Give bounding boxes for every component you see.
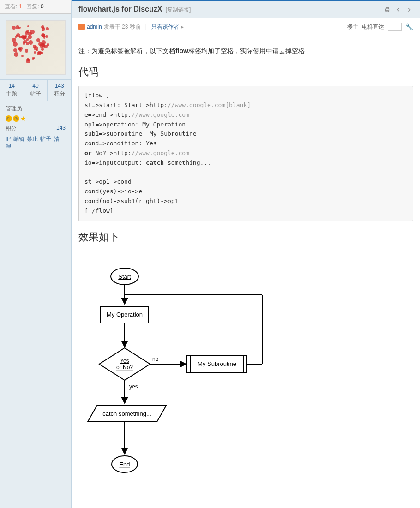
post-time: 发表于 23 秒前 bbox=[104, 23, 141, 31]
score-value: 143 bbox=[56, 125, 66, 132]
badge-icon: ☺ bbox=[13, 115, 19, 122]
mod-ban[interactable]: 禁止 bbox=[27, 136, 38, 142]
svg-text:or No?: or No? bbox=[116, 364, 133, 371]
svg-text:My Subroutine: My Subroutine bbox=[198, 360, 236, 367]
svg-text:End: End bbox=[119, 461, 130, 468]
badge-icon: ☺ bbox=[6, 115, 12, 122]
mod-edit[interactable]: 编辑 bbox=[13, 136, 24, 142]
user-avatar[interactable] bbox=[6, 20, 66, 75]
thread-title: flowchart.js for DiscuzX bbox=[78, 5, 162, 13]
wrench-icon[interactable]: 🔧 bbox=[405, 23, 413, 30]
chevron-right-icon[interactable]: ▸ bbox=[181, 24, 184, 30]
next-icon[interactable] bbox=[406, 6, 413, 13]
mod-posts[interactable]: 帖子 bbox=[40, 136, 51, 142]
only-author-link[interactable]: 只看该作者 bbox=[151, 23, 179, 31]
code-block: [flow ] st=>start: Start:>http://www.goo… bbox=[78, 86, 413, 221]
section-effect-title: 效果如下 bbox=[78, 230, 413, 244]
svg-text:yes: yes bbox=[129, 383, 138, 390]
elevator-input[interactable] bbox=[388, 23, 402, 31]
flowchart-diagram: Start My Operation Yes or No? yes no bbox=[78, 251, 413, 508]
stat-posts[interactable]: 40帖子 bbox=[24, 80, 48, 101]
svg-text:Start: Start bbox=[118, 273, 131, 280]
floor-label[interactable]: 楼主 bbox=[347, 23, 358, 31]
copy-link[interactable]: [复制链接] bbox=[166, 6, 191, 13]
elevator-label: 电梯直达 bbox=[362, 23, 384, 31]
user-role: 管理员 bbox=[6, 105, 66, 113]
svg-text:catch something...: catch something... bbox=[102, 410, 151, 417]
post-author[interactable]: admin bbox=[87, 24, 102, 30]
user-badges: ☺ ☺ ★ bbox=[6, 115, 66, 122]
stat-topics[interactable]: 14主题 bbox=[0, 80, 24, 101]
section-code-title: 代码 bbox=[78, 65, 413, 79]
author-sidebar: 查看: 1 | 回复: 0 14主题 40帖子 143积分 管理员 ☺ ☺ ★ … bbox=[0, 0, 72, 508]
svg-text:My Operation: My Operation bbox=[107, 311, 143, 318]
note-text: 注：为避免标签被解析，以下文档flow标签均加了空格，实际使用中请去掉空格 bbox=[78, 45, 413, 57]
mod-ip[interactable]: IP bbox=[6, 136, 11, 142]
svg-text:Yes: Yes bbox=[120, 358, 129, 364]
star-icon: ★ bbox=[20, 115, 27, 122]
svg-text:no: no bbox=[152, 356, 159, 362]
mod-links: IP 编辑 禁止 帖子 清理 bbox=[6, 135, 66, 151]
user-icon bbox=[78, 24, 85, 30]
score-label: 积分 bbox=[6, 125, 17, 132]
svg-rect-1 bbox=[386, 7, 389, 9]
stat-points[interactable]: 143积分 bbox=[48, 80, 71, 101]
prev-icon[interactable] bbox=[395, 6, 402, 13]
thread-stats: 查看: 1 | 回复: 0 bbox=[0, 0, 71, 14]
print-icon[interactable] bbox=[384, 6, 391, 13]
